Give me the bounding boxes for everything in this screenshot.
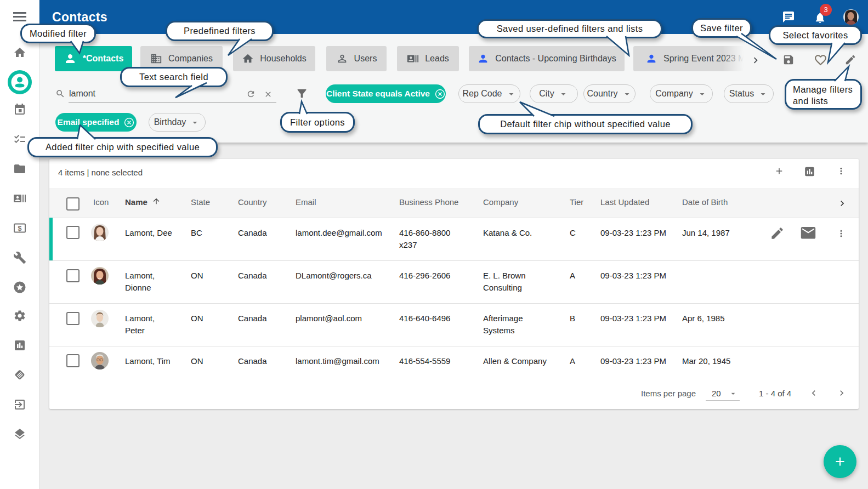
svg-text:$: $ — [18, 225, 22, 232]
